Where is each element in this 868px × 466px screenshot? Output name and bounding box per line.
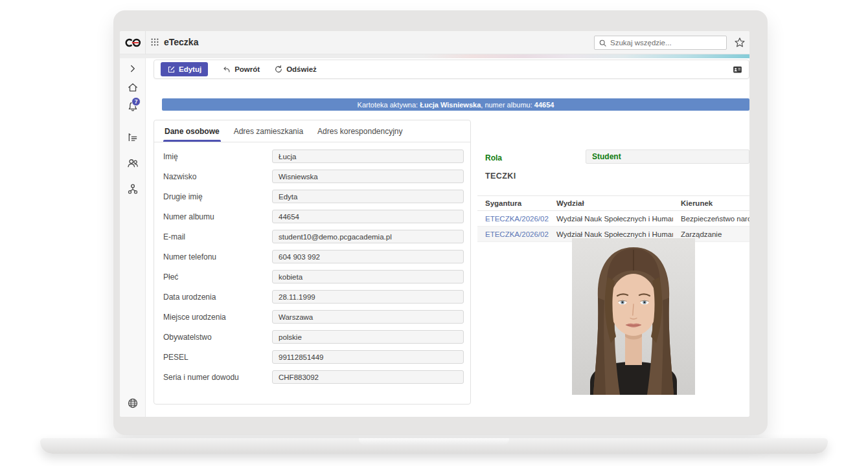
form-row: Numer albumu44654	[154, 206, 470, 227]
notification-badge: 7	[131, 97, 141, 106]
edit-button[interactable]: Edytuj	[161, 62, 208, 76]
form-row: Miejsce urodzeniaWarszawa	[154, 307, 470, 327]
tab-adres-korespondencyjny[interactable]: Adres korespondencyjny	[311, 120, 409, 142]
people-icon[interactable]	[127, 157, 139, 169]
teczki-heading: TECZKI	[485, 172, 516, 181]
role-value-field[interactable]: Student	[586, 150, 749, 164]
org-chart-icon[interactable]	[127, 183, 139, 195]
tab-bar: Dane osobowe Adres zamieszkania Adres ko…	[154, 120, 470, 142]
form-row: PESEL99112851449	[154, 347, 470, 367]
brand-logo	[120, 31, 146, 54]
banner-student-name: Łucja Wisniewska	[420, 101, 481, 109]
home-icon[interactable]	[127, 82, 139, 93]
banner-infix: , numer albumu:	[481, 101, 534, 109]
form-row: Data urodzenia28.11.1999	[154, 287, 470, 307]
contact-card-icon[interactable]	[733, 65, 742, 74]
field-input-data-urodzenia[interactable]: 28.11.1999	[272, 290, 464, 304]
role-label: Rola	[485, 153, 502, 162]
column-header-kierunek: Kierunek	[673, 199, 749, 207]
back-arrow-icon	[222, 65, 231, 74]
field-input-drugie-imie[interactable]: Edyta	[272, 190, 464, 203]
field-label: Seria i numer dowodu	[163, 373, 239, 382]
form-row: E-mailstudent10@demo.pcgacademia.pl	[154, 227, 470, 247]
back-button[interactable]: Powrót	[222, 65, 260, 74]
form-row: Obywatelstwopolskie	[154, 327, 470, 347]
active-record-banner: Kartoteka aktywna: Łucja Wisniewska, num…	[162, 98, 749, 111]
refresh-button[interactable]: Odśwież	[274, 65, 317, 74]
field-input-numer-albumu[interactable]: 44654	[272, 210, 464, 223]
field-label: E-mail	[163, 232, 185, 241]
field-label: Płeć	[163, 272, 178, 282]
refresh-button-label: Odśwież	[286, 65, 317, 73]
form-row: NazwiskoWisniewska	[154, 166, 470, 186]
search-box[interactable]	[594, 36, 727, 50]
edit-button-label: Edytuj	[179, 65, 201, 73]
field-input-miejsce-urodzenia[interactable]: Warszawa	[272, 310, 464, 324]
search-input[interactable]	[610, 39, 722, 47]
command-toolbar: Edytuj Powrót Odświe	[154, 60, 749, 79]
kierunek-cell: Zarządzanie	[673, 230, 749, 238]
field-input-dowod[interactable]: CHF883092	[272, 370, 464, 384]
field-input-nazwisko[interactable]: Wisniewska	[272, 170, 464, 183]
laptop-base	[40, 438, 828, 454]
table-row[interactable]: ETECZKA/2026/02/00005 Wydział Nauk Społe…	[477, 211, 749, 227]
column-header-sygnatura: Sygantura	[477, 199, 549, 207]
form-rows: ImięŁucja NazwiskoWisniewska Drugie imię…	[154, 142, 470, 387]
banner-prefix: Kartoteka aktywna:	[358, 101, 420, 109]
wydzial-cell: Wydział Nauk Społecznych i Humanistyczny…	[549, 215, 673, 223]
personal-data-card: Dane osobowe Adres zamieszkania Adres ko…	[154, 120, 471, 405]
laptop-base-notch	[359, 438, 509, 445]
form-row: Seria i numer dowoduCHF883092	[154, 367, 470, 387]
form-row: Płećkobieta	[154, 267, 470, 287]
field-input-plec[interactable]: kobieta	[272, 270, 464, 283]
sygnatura-link[interactable]: ETECZKA/2026/02/00007	[477, 230, 549, 238]
laptop-screen-bezel: eTeczka	[113, 10, 768, 435]
refresh-icon	[274, 65, 283, 74]
page-title: eTeczka	[164, 37, 198, 47]
search-icon	[599, 39, 607, 47]
field-input-email[interactable]: student10@demo.pcgacademia.pl	[272, 230, 464, 243]
field-label: PESEL	[163, 353, 188, 362]
teczki-table: Sygantura Wydział Kierunek ETECZKA/2026/…	[477, 195, 749, 242]
globe-icon[interactable]	[127, 397, 139, 409]
field-label: Miejsce urodzenia	[163, 313, 226, 322]
field-label: Imię	[163, 152, 178, 161]
banner-album-number: 44654	[534, 101, 554, 109]
main-content: Edytuj Powrót Odświe	[146, 58, 749, 417]
page: eTeczka	[0, 0, 868, 466]
table-header-row: Sygantura Wydział Kierunek	[477, 195, 749, 211]
field-input-pesel[interactable]: 99112851449	[272, 350, 464, 364]
field-label: Data urodzenia	[163, 293, 216, 302]
app-header: eTeczka	[120, 31, 749, 54]
expand-chevron-icon[interactable]	[127, 63, 139, 74]
column-header-wydzial: Wydział	[549, 199, 673, 207]
form-row: Numer telefonu604 903 992	[154, 247, 470, 267]
app-window: eTeczka	[120, 31, 749, 417]
kierunek-cell: Bezpieczeństwo narodowe	[673, 215, 749, 223]
tasks-list-icon[interactable]	[127, 131, 139, 143]
form-row: ImięŁucja	[154, 146, 470, 166]
field-label: Numer albumu	[163, 212, 214, 221]
favorite-star-icon[interactable]	[734, 37, 746, 49]
sygnatura-link[interactable]: ETECZKA/2026/02/00005	[477, 215, 549, 223]
field-label: Obywatelstwo	[163, 333, 212, 342]
tab-adres-zamieszkania[interactable]: Adres zamieszkania	[227, 120, 310, 142]
form-row: Drugie imięEdyta	[154, 186, 470, 206]
wydzial-cell: Wydział Nauk Społecznych i Humanistyczny…	[549, 230, 673, 238]
sidebar-rail: 7	[120, 58, 146, 417]
field-input-imie[interactable]: Łucja	[272, 150, 464, 163]
back-button-label: Powrót	[234, 65, 260, 73]
edit-pencil-icon	[167, 65, 176, 74]
field-label: Nazwisko	[163, 172, 196, 181]
tab-dane-osobowe[interactable]: Dane osobowe	[158, 120, 226, 142]
student-photo	[572, 238, 695, 395]
field-label: Numer telefonu	[163, 252, 216, 261]
app-launcher-icon[interactable]	[150, 38, 159, 47]
logo-icon	[123, 37, 143, 49]
field-input-telefon[interactable]: 604 903 992	[272, 250, 464, 263]
field-input-obywatelstwo[interactable]: polskie	[272, 330, 464, 344]
field-label: Drugie imię	[163, 192, 203, 201]
